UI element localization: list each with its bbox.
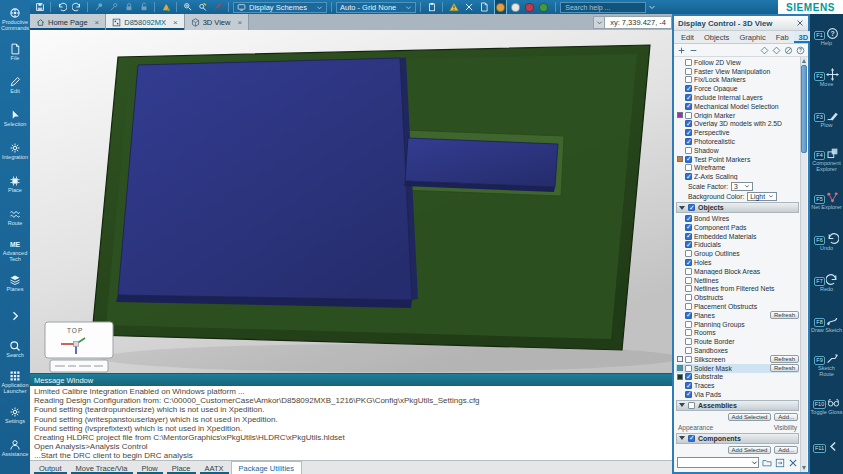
add-button[interactable]: Add... xyxy=(774,413,798,421)
bond-wires-checkbox[interactable] xyxy=(685,215,692,222)
via-pads-checkbox[interactable] xyxy=(685,391,692,398)
diamond-alt-icon[interactable] xyxy=(772,46,781,55)
save-button[interactable] xyxy=(33,1,46,13)
message-tab-plow[interactable]: Plow xyxy=(135,461,165,474)
add-selected-button[interactable]: Add Selected xyxy=(728,446,772,454)
tab-close-icon[interactable]: × xyxy=(173,18,178,27)
tool-net-explorer[interactable]: F5Net Explorer xyxy=(810,180,843,221)
test-point-markers-checkbox[interactable] xyxy=(685,156,692,163)
diamond-icon[interactable] xyxy=(760,46,769,55)
sidebar-item-assistance[interactable]: Assistance xyxy=(0,432,30,465)
managed-block-areas-checkbox[interactable] xyxy=(685,268,692,275)
display-toggle-white[interactable] xyxy=(510,0,521,14)
sidebar-item-edit[interactable]: Edit xyxy=(0,69,30,102)
sandboxes-checkbox[interactable] xyxy=(685,347,692,354)
tool-help[interactable]: F1Help xyxy=(810,16,843,57)
photorealistic-checkbox[interactable] xyxy=(685,138,692,145)
coordinate-dropdown-button[interactable] xyxy=(593,16,605,29)
sidebar-item-place[interactable]: Place xyxy=(0,168,30,201)
pin-button[interactable] xyxy=(92,1,105,13)
shadow-checkbox[interactable] xyxy=(685,147,692,154)
traces-checkbox[interactable] xyxy=(685,382,692,389)
refresh-button[interactable]: Refresh xyxy=(770,311,799,319)
component-die-large[interactable] xyxy=(118,58,412,300)
tool-plow[interactable]: F3Plow xyxy=(810,98,843,139)
paintbrush-button[interactable] xyxy=(211,1,224,13)
scale-factor-select[interactable]: 3 xyxy=(731,182,753,191)
scroll-up-icon[interactable] xyxy=(802,59,806,63)
perspective-checkbox[interactable] xyxy=(685,129,692,136)
scroll-down-icon[interactable] xyxy=(802,466,806,470)
tool-f11[interactable]: F11 xyxy=(810,426,843,467)
objects-checkbox[interactable] xyxy=(688,204,695,211)
lock-open-button[interactable] xyxy=(137,1,150,13)
planning-groups-checkbox[interactable] xyxy=(685,321,692,328)
component-filter-combobox[interactable] xyxy=(677,457,759,468)
sidebar-item-search[interactable]: Search xyxy=(0,333,30,366)
message-log[interactable]: Limited Calibre Integration Enabled on W… xyxy=(30,386,672,460)
sidebar-item-file[interactable]: File xyxy=(0,36,30,69)
solder-mask-checkbox[interactable] xyxy=(685,365,692,372)
redo-button[interactable] xyxy=(70,1,83,13)
sidebar-item-advanced-tech[interactable]: Advanced Tech xyxy=(0,234,30,267)
message-tab-move-trace-via[interactable]: Move Trace/Via xyxy=(69,461,135,474)
section-components[interactable]: Components xyxy=(676,433,799,444)
sidebar-item-application-launcher[interactable]: Application Launcher xyxy=(0,366,30,399)
clipboard-button[interactable] xyxy=(425,1,438,13)
netlines-from-filtered-nets-checkbox[interactable] xyxy=(685,285,692,292)
add-button[interactable]: Add... xyxy=(774,446,798,454)
dc-tab-objects[interactable]: Objects xyxy=(699,31,734,43)
place-part-icon[interactable] xyxy=(775,458,785,468)
message-tab-place[interactable]: Place xyxy=(165,461,198,474)
netlines-checkbox[interactable] xyxy=(685,277,692,284)
display-toggle-orange[interactable] xyxy=(494,0,507,14)
lock-button[interactable] xyxy=(122,1,135,13)
tab-3d-view[interactable]: 3D View× xyxy=(185,14,249,30)
section-collapse-icon[interactable] xyxy=(679,403,685,407)
toolbar-overflow-chevron-icon[interactable] xyxy=(648,3,656,11)
help-search-input[interactable]: Search help ... xyxy=(560,2,646,13)
display-toggle-green[interactable] xyxy=(538,0,549,14)
scrollbar-thumb[interactable] xyxy=(801,65,807,153)
orientation-widget[interactable]: TOP xyxy=(45,322,113,372)
rooms-checkbox[interactable] xyxy=(685,329,692,336)
sidebar-item-integration[interactable]: Integration xyxy=(0,135,30,168)
screwdriver-edit-button[interactable] xyxy=(196,1,209,13)
undo-button[interactable] xyxy=(55,1,68,13)
highlight-flag-button[interactable] xyxy=(159,1,172,13)
open-folder-icon[interactable] xyxy=(762,458,772,468)
panel-help-icon[interactable] xyxy=(796,46,805,55)
tool-toggle-gloss[interactable]: F10Toggle Gloss xyxy=(810,385,843,426)
component-die-small[interactable] xyxy=(405,138,558,187)
sidebar-item-selection[interactable]: Selection xyxy=(0,102,30,135)
route-border-checkbox[interactable] xyxy=(685,338,692,345)
message-tab-package-utilities[interactable]: Package Utilities xyxy=(231,461,302,474)
tool-component-explorer[interactable]: F4Component Explorer xyxy=(810,139,843,180)
assemblies-checkbox[interactable] xyxy=(688,402,695,409)
planes-checkbox[interactable] xyxy=(685,312,692,319)
force-opaque-checkbox[interactable] xyxy=(685,85,692,92)
message-tab-output[interactable]: Output xyxy=(32,461,69,474)
grid-select[interactable]: Auto - Grid None xyxy=(336,2,416,13)
clear-icon[interactable] xyxy=(788,458,798,468)
measure-button[interactable] xyxy=(462,1,475,13)
include-internal-layers-checkbox[interactable] xyxy=(685,94,692,101)
holes-checkbox[interactable] xyxy=(685,259,692,266)
dc-tab-graphic[interactable]: Graphic xyxy=(734,31,770,43)
refresh-button[interactable]: Refresh xyxy=(770,355,799,363)
sidebar-item-route[interactable]: Route xyxy=(0,201,30,234)
fix-lock-markers-checkbox[interactable] xyxy=(685,76,692,83)
group-outlines-checkbox[interactable] xyxy=(685,250,692,257)
dc-tab-edit[interactable]: Edit xyxy=(676,31,699,43)
display-schemes-select[interactable]: Display Schemes xyxy=(233,2,327,13)
obstructs-checkbox[interactable] xyxy=(685,294,692,301)
origin-marker-checkbox[interactable] xyxy=(685,112,692,119)
message-tab-aatx[interactable]: AATX xyxy=(198,461,231,474)
report-button[interactable] xyxy=(477,1,490,13)
faster-view-manipulation-checkbox[interactable] xyxy=(685,68,692,75)
tool-sketch-route[interactable]: F9Sketch Route xyxy=(810,344,843,385)
screwdriver-button[interactable] xyxy=(181,1,194,13)
overlay-3d-models-with-2-5d-checkbox[interactable] xyxy=(685,120,692,127)
silkscreen-checkbox[interactable] xyxy=(685,356,692,363)
tool-undo[interactable]: F6Undo xyxy=(810,221,843,262)
